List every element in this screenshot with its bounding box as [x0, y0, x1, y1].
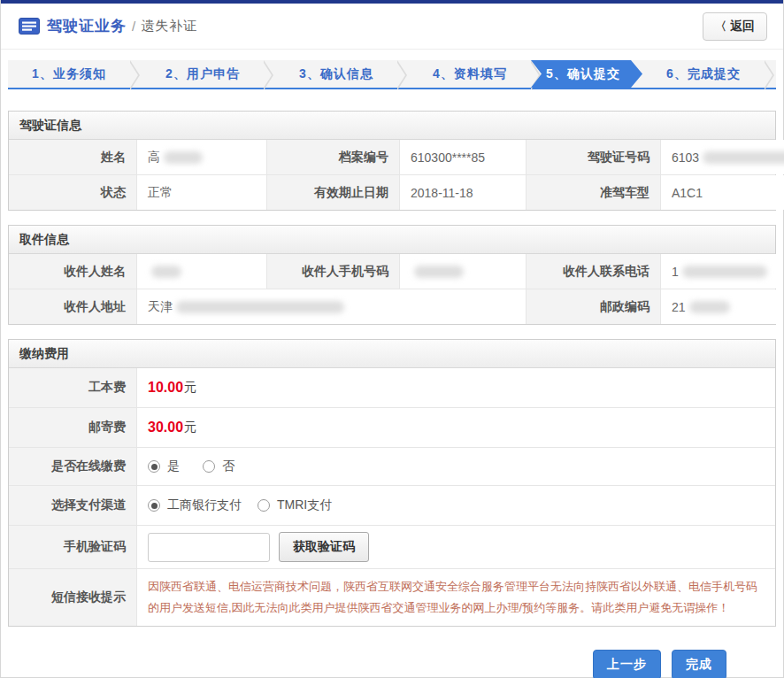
payment-section-title: 缴纳费用 [9, 340, 775, 368]
previous-step-button[interactable]: 上一步 [593, 650, 661, 678]
recipient-name-label: 收件人姓名 [9, 254, 136, 289]
mailing-fee-amount: 30.00 [148, 420, 183, 435]
radio-checked-icon[interactable] [148, 460, 160, 473]
radio-unchecked-icon[interactable] [203, 460, 215, 473]
expiry-date-label: 有效期止日期 [267, 175, 399, 210]
recipient-name-value [137, 254, 266, 289]
channel-icbc-option[interactable]: 工商银行支付 [148, 497, 242, 513]
back-chevron-icon: 〈 [715, 19, 726, 35]
redaction-blur [703, 151, 784, 164]
sms-notice-text: 因陕西省联通、电信运营商技术问题，陕西省互联网交通安全综合服务管理平台无法向持陕… [148, 576, 765, 619]
license-info-table: 姓名 高 档案编号 610300****85 驾驶证号码 6103 状态 正常 … [9, 140, 775, 210]
sms-code-row: 获取验证码 [137, 526, 775, 568]
recipient-phone-value: 1 [661, 254, 778, 289]
online-payment-label: 是否在线缴费 [9, 448, 136, 485]
fee-unit: 元 [184, 380, 196, 396]
step-separator [765, 60, 776, 89]
channel-icbc-label: 工商银行支付 [167, 497, 242, 513]
back-button[interactable]: 〈 返回 [703, 12, 767, 41]
radio-checked-icon[interactable] [148, 499, 160, 512]
sms-code-input[interactable] [148, 533, 270, 562]
recipient-mobile-value [400, 254, 526, 289]
redaction-blur [151, 266, 181, 278]
breadcrumb-separator: / [132, 19, 135, 34]
step-separator [130, 60, 142, 89]
status-label: 状态 [9, 175, 136, 210]
payment-channel-options: 工商银行支付 TMRI支付 [137, 486, 775, 525]
postal-code-label: 邮政编码 [527, 289, 660, 324]
vehicle-class-value: A1C1 [661, 175, 784, 210]
step-2-user-declaration[interactable]: 2、用户申告 [142, 60, 264, 88]
redaction-blur [164, 151, 203, 164]
footer-actions: 上一步 完成 [8, 650, 726, 678]
recipient-phone-label: 收件人联系电话 [527, 254, 660, 289]
production-fee-amount: 10.00 [148, 380, 183, 396]
page-title: 驾驶证业务 [47, 16, 127, 36]
license-section-title: 驾驶证信息 [9, 112, 775, 140]
recipient-address-label: 收件人地址 [9, 289, 136, 324]
vehicle-class-label: 准驾车型 [527, 175, 660, 210]
license-number-value: 6103 [661, 140, 784, 174]
sms-notice-cell: 因陕西省联通、电信运营商技术问题，陕西省互联网交通安全综合服务管理平台无法向持陕… [137, 569, 775, 626]
license-number-label: 驾驶证号码 [527, 140, 660, 174]
payment-table: 工本费 10.00 元 邮寄费 30.00 元 是否在线缴费 是 [9, 368, 775, 626]
page-header: 驾驶证业务 / 遗失补证 〈 返回 [1, 4, 783, 50]
online-yes-label: 是 [167, 458, 180, 474]
finish-button[interactable]: 完成 [672, 650, 726, 678]
step-separator [264, 60, 275, 89]
redaction-blur [689, 301, 730, 313]
recipient-mobile-label: 收件人手机号码 [267, 254, 399, 289]
radio-unchecked-icon[interactable] [257, 499, 270, 512]
page: 驾驶证业务 / 遗失补证 〈 返回 1、业务须知 2、用户申告 3、确认信息 4… [0, 0, 784, 678]
get-sms-code-button[interactable]: 获取验证码 [279, 532, 369, 562]
pickup-info-table: 收件人姓名 收件人手机号码 收件人联系电话 1 收件人地址 天津 邮政编码 21 [9, 254, 775, 324]
mailing-fee-value: 30.00 元 [137, 408, 775, 447]
postal-code-value: 21 [661, 289, 778, 324]
step-3-confirm-info[interactable]: 3、确认信息 [275, 60, 397, 88]
name-value: 高 [137, 140, 266, 174]
production-fee-label: 工本费 [9, 368, 136, 407]
production-fee-value: 10.00 元 [137, 368, 775, 407]
online-no-option[interactable]: 否 [203, 458, 234, 474]
name-label: 姓名 [9, 140, 136, 174]
mailing-fee-label: 邮寄费 [9, 408, 136, 447]
fee-unit: 元 [184, 420, 196, 435]
online-yes-option[interactable]: 是 [148, 458, 180, 474]
online-payment-options: 是 否 [137, 448, 775, 485]
sms-code-label: 手机验证码 [9, 526, 136, 568]
step-6-complete-submit[interactable]: 6、完成提交 [642, 60, 765, 88]
online-no-label: 否 [222, 458, 234, 474]
redaction-blur [176, 301, 344, 313]
channel-tmri-label: TMRI支付 [277, 497, 332, 513]
step-navigation: 1、业务须知 2、用户申告 3、确认信息 4、资料填写 5、确认提交 6、完成提… [8, 60, 776, 89]
file-number-label: 档案编号 [267, 140, 399, 174]
payment-channel-label: 选择支付渠道 [9, 486, 136, 525]
redaction-blur [414, 266, 464, 278]
license-info-section: 驾驶证信息 姓名 高 档案编号 610300****85 驾驶证号码 6103 … [8, 111, 776, 211]
recipient-address-value: 天津 [137, 289, 526, 324]
pickup-info-section: 取件信息 收件人姓名 收件人手机号码 收件人联系电话 1 收件人地址 天津 邮政… [8, 225, 776, 325]
sms-notice-label: 短信接收提示 [9, 569, 136, 626]
payment-section: 缴纳费用 工本费 10.00 元 邮寄费 30.00 元 是否在线缴费 是 [8, 339, 776, 627]
file-number-value: 610300****85 [400, 140, 526, 174]
channel-tmri-option[interactable]: TMRI支付 [257, 497, 332, 513]
pickup-section-title: 取件信息 [9, 226, 775, 254]
step-separator [397, 60, 409, 89]
back-button-label: 返回 [730, 19, 755, 35]
step-1-business-notice[interactable]: 1、业务须知 [8, 60, 130, 88]
step-4-fill-materials[interactable]: 4、资料填写 [409, 60, 531, 88]
redaction-blur [682, 266, 767, 278]
status-value: 正常 [137, 175, 266, 210]
license-card-icon [19, 18, 40, 35]
expiry-date-value: 2018-11-18 [400, 175, 526, 210]
breadcrumb-current: 遗失补证 [141, 18, 197, 35]
step-5-confirm-submit-active[interactable]: 5、确认提交 [531, 60, 642, 88]
